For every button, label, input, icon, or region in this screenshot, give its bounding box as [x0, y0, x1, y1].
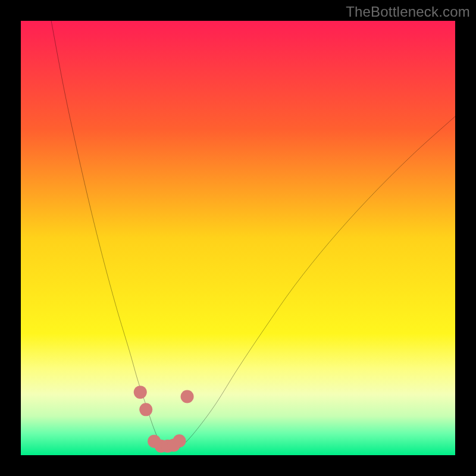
highlight-markers — [134, 386, 194, 453]
highlight-dot — [181, 390, 194, 403]
highlight-dot — [139, 403, 152, 416]
plot-area — [21, 21, 455, 455]
chart-svg — [21, 21, 455, 455]
bottleneck-curve — [51, 21, 455, 450]
highlight-dot — [173, 434, 186, 447]
highlight-dot — [134, 386, 147, 399]
outer-frame: TheBottleneck.com — [0, 0, 476, 476]
watermark-text: TheBottleneck.com — [346, 4, 470, 20]
